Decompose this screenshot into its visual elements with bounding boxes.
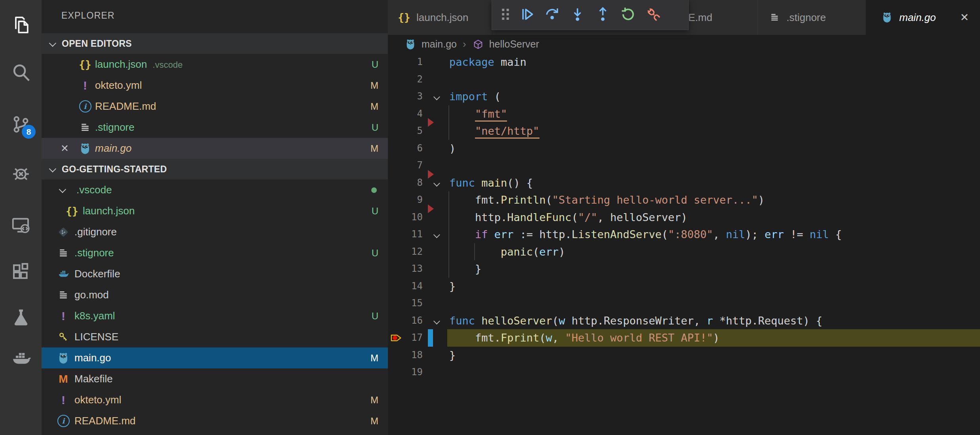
- token-pln: [449, 108, 475, 120]
- token-fn: helloServer: [475, 315, 552, 327]
- line-number: 10: [388, 209, 423, 226]
- token-pln: fmt.: [449, 332, 501, 344]
- open-editor--stignore[interactable]: .stignoreU: [42, 117, 388, 138]
- code-line-16[interactable]: 16func helloServer(w http.ResponseWriter…: [388, 312, 980, 330]
- fold-chevron-icon[interactable]: [434, 94, 439, 101]
- code-line-12[interactable]: 12 panic(err): [388, 243, 980, 261]
- code-line-1[interactable]: 1package main: [388, 53, 980, 71]
- token-pln: *http.Request) {: [713, 315, 822, 327]
- continue-button[interactable]: [514, 4, 539, 26]
- git-modified-dot: [371, 187, 377, 193]
- code-line-19[interactable]: 19: [388, 364, 980, 381]
- tree-item--gitignore[interactable]: .gitignore: [42, 221, 388, 242]
- tab-launch-json[interactable]: {} launch.json: [388, 0, 492, 35]
- step-over-button[interactable]: [539, 4, 565, 26]
- breadcrumb-symbol[interactable]: helloServer: [489, 38, 539, 50]
- token-fn: panic: [501, 246, 533, 258]
- git-deleted-gutter-triangle-icon[interactable]: [428, 204, 434, 213]
- token-pln: ): [713, 332, 720, 344]
- step-out-button[interactable]: [590, 4, 615, 26]
- code-line-3[interactable]: 3import (: [388, 88, 980, 105]
- code-line-7[interactable]: 7: [388, 157, 980, 174]
- tree-item--vscode[interactable]: .vscode: [42, 179, 388, 200]
- section-header-go-getting-started[interactable]: GO-GETTING-STARTED: [42, 159, 388, 179]
- code-line-10[interactable]: 10 http.HandleFunc("/", helloServer): [388, 209, 980, 226]
- tab-label: main.go: [899, 11, 936, 24]
- breadcrumb-file[interactable]: main.go: [422, 38, 457, 50]
- token-pln: , helloServer): [597, 211, 688, 223]
- tree-item-makefile[interactable]: MMakefile: [42, 368, 388, 389]
- activity-bar-item-docker[interactable]: [10, 348, 32, 370]
- activity-bar-item-remote-explorer[interactable]: [10, 214, 32, 236]
- code-line-6[interactable]: 6): [388, 140, 980, 157]
- token-pln: ): [558, 246, 565, 258]
- activity-bar-item-testing[interactable]: [10, 307, 32, 328]
- activity-bar-item-extensions[interactable]: [10, 260, 32, 282]
- tree-item-k8s-yaml[interactable]: !k8s.yamlU: [42, 305, 388, 326]
- activity-bar-item-search[interactable]: [10, 62, 32, 83]
- code-line-13[interactable]: 13 }: [388, 260, 980, 278]
- tree-item-okteto-yml[interactable]: !okteto.ymlM: [42, 389, 388, 410]
- code-text: "net/http": [449, 122, 539, 140]
- activity-bar-item-source-control[interactable]: 8: [10, 114, 32, 135]
- disconnect-button[interactable]: [641, 4, 666, 26]
- file-label: LICENSE: [74, 331, 118, 343]
- fold-chevron-icon[interactable]: [434, 318, 439, 326]
- breakpoint-current-icon[interactable]: [390, 331, 403, 345]
- tree-item-dockerfile[interactable]: Dockerfile: [42, 263, 388, 284]
- activity-bar: 8: [0, 0, 42, 435]
- tree-item--stignore[interactable]: .stignoreU: [42, 242, 388, 263]
- activity-bar-item-run-and-debug[interactable]: [10, 162, 32, 184]
- yaml-file-icon: !: [57, 309, 70, 323]
- close-icon[interactable]: ✕: [960, 11, 969, 24]
- tree-item-go-mod[interactable]: go.mod: [42, 284, 388, 305]
- yaml-file-icon: !: [78, 79, 92, 92]
- line-number: 1: [388, 53, 423, 71]
- code-line-8[interactable]: 8func main() {: [388, 174, 980, 192]
- tree-item-main-go[interactable]: main.goM: [42, 347, 388, 368]
- token-pln: (: [661, 228, 668, 240]
- code-line-17[interactable]: 17 fmt.Fprint(w, "Hello world REST API!"…: [388, 329, 980, 347]
- code-line-14[interactable]: 14}: [388, 278, 980, 295]
- fold-chevron-icon[interactable]: [434, 180, 439, 188]
- source-control-badge: 8: [22, 125, 36, 139]
- code-line-15[interactable]: 15: [388, 295, 980, 312]
- restart-button[interactable]: [615, 4, 641, 26]
- open-editor-launch-json[interactable]: {}launch.json.vscodeU: [42, 54, 388, 75]
- code-line-5[interactable]: 5 "net/http": [388, 122, 980, 140]
- tree-item-license[interactable]: LICENSE: [42, 326, 388, 347]
- git-deleted-gutter-triangle-icon[interactable]: [428, 118, 434, 127]
- yaml-file-icon: !: [57, 393, 70, 407]
- file-label: Makefile: [74, 373, 113, 385]
- step-into-button[interactable]: [565, 4, 590, 26]
- file-label: main.go: [95, 142, 132, 155]
- code-line-18[interactable]: 18}: [388, 347, 980, 364]
- token-strU: "net/http": [475, 125, 539, 139]
- fold-chevron-icon[interactable]: [434, 232, 439, 239]
- token-pln: !=: [784, 228, 809, 240]
- code-line-4[interactable]: 4 "fmt": [388, 105, 980, 123]
- tree-item-launch-json[interactable]: {}launch.jsonU: [42, 200, 388, 221]
- code-line-11[interactable]: 11 if err := http.ListenAndServe(":8080"…: [388, 226, 980, 243]
- file-label: .stignore: [74, 247, 114, 259]
- tab-stignore[interactable]: .stignore: [758, 0, 866, 35]
- section-header-open-editors[interactable]: OPEN EDITORS: [42, 33, 388, 54]
- json-braces-icon: {}: [398, 11, 410, 23]
- code-editor[interactable]: 1package main23import (4 "fmt"5 "net/htt…: [388, 53, 980, 435]
- open-editor-readme-md[interactable]: iREADME.mdM: [42, 96, 388, 117]
- open-editor-okteto-yml[interactable]: !okteto.ymlM: [42, 75, 388, 96]
- tree-item-readme-md[interactable]: iREADME.mdM: [42, 410, 388, 431]
- close-icon[interactable]: ✕: [61, 143, 69, 154]
- code-line-2[interactable]: 2: [388, 71, 980, 88]
- tab-main-go[interactable]: main.go ✕: [866, 0, 980, 35]
- line-number: 13: [388, 260, 423, 278]
- open-editor-main-go[interactable]: ✕ main.goM: [42, 138, 388, 159]
- git-status-badge: M: [370, 143, 378, 154]
- git-deleted-gutter-triangle-icon[interactable]: [428, 170, 434, 179]
- activity-bar-item-explorer[interactable]: [10, 14, 32, 36]
- docker-icon: [10, 348, 32, 370]
- file-label: README.md: [74, 415, 136, 427]
- info-file-icon: i: [57, 414, 70, 428]
- git-status-badge: M: [370, 353, 378, 364]
- code-line-9[interactable]: 9 fmt.Println("Starting hello-world serv…: [388, 191, 980, 209]
